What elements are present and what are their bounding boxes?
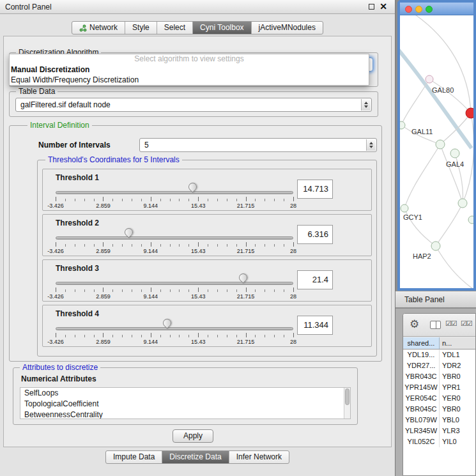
algorithm-dropdown-popup: Select algorithm to view settings Manual… bbox=[9, 54, 369, 86]
table-row[interactable]: YPR145WYPR1 bbox=[403, 382, 475, 393]
zoom-traffic-light-icon[interactable] bbox=[426, 6, 433, 13]
combo-stepper-icon[interactable] bbox=[366, 139, 376, 151]
close-icon[interactable]: ✕ bbox=[380, 1, 387, 12]
select-all-columns-icon[interactable]: ☑☑ bbox=[461, 319, 472, 328]
network-node[interactable] bbox=[431, 242, 440, 250]
table-panel-title: Table Panel bbox=[404, 295, 445, 304]
gear-icon[interactable]: ⚙ bbox=[410, 318, 419, 331]
table-cell-name[interactable]: YPR1 bbox=[440, 382, 475, 393]
column-header-shared-name[interactable]: shared... bbox=[403, 337, 440, 349]
slider-track[interactable] bbox=[56, 236, 293, 240]
column-header-name[interactable]: n... bbox=[440, 337, 475, 349]
table-cell-shared-name[interactable]: YBL079W bbox=[403, 415, 440, 426]
table-cell-shared-name[interactable]: YDR27... bbox=[403, 360, 440, 371]
attributes-legend: Attributes to discretize bbox=[20, 363, 100, 372]
threshold-4-value-field[interactable]: 11.344 bbox=[297, 316, 333, 335]
table-cell-name[interactable]: YBL0 bbox=[440, 415, 475, 426]
threshold-3-value-field[interactable]: 21.4 bbox=[297, 270, 333, 289]
table-cell-name[interactable]: YDR2 bbox=[440, 360, 475, 371]
list-item[interactable]: BetweennessCentrality bbox=[20, 410, 350, 419]
table-row[interactable]: YIL052CYIL0 bbox=[403, 436, 475, 447]
network-tab-icon bbox=[79, 24, 87, 32]
numerical-attributes-list[interactable]: SelfLoops TopologicalCoefficient Between… bbox=[20, 387, 351, 419]
table-cell-shared-name[interactable]: YBR045C bbox=[403, 404, 440, 415]
tab-infer-network[interactable]: Infer Network bbox=[229, 451, 289, 463]
slider-tick-labels: -3.4262.8599.14415.4321.71528 bbox=[56, 339, 293, 346]
threshold-3-label: Threshold 3 bbox=[56, 264, 99, 273]
float-window-icon[interactable] bbox=[369, 4, 374, 10]
table-cell-shared-name[interactable]: YLR345W bbox=[403, 426, 440, 436]
list-item[interactable]: SelfLoops bbox=[20, 388, 350, 399]
network-node[interactable] bbox=[466, 108, 473, 118]
table-row[interactable]: YLR345WYLR3 bbox=[403, 426, 475, 436]
number-of-intervals-combobox[interactable]: 5 bbox=[139, 138, 377, 152]
table-cell-name[interactable]: YIL0 bbox=[440, 436, 475, 447]
minimize-traffic-light-icon[interactable] bbox=[415, 6, 422, 13]
table-cell-shared-name[interactable]: YPR145W bbox=[403, 382, 440, 393]
threshold-2-slider[interactable]: -3.4262.8599.14415.4321.71528 bbox=[56, 231, 293, 256]
threshold-4-slider[interactable]: -3.4262.8599.14415.4321.71528 bbox=[56, 322, 293, 346]
close-traffic-light-icon[interactable] bbox=[405, 6, 412, 13]
network-canvas-svg[interactable]: GAL80GAL11GAL4GCY1HAP2 bbox=[400, 15, 473, 290]
table-row[interactable]: YDR27...YDR2 bbox=[403, 360, 475, 371]
table-cell-shared-name[interactable]: YER054C bbox=[403, 393, 440, 404]
table-cell-name[interactable]: YBR0 bbox=[440, 371, 475, 382]
table-cell-shared-name[interactable]: YIL052C bbox=[403, 436, 440, 447]
network-canvas[interactable]: GAL80GAL11GAL4GCY1HAP2 bbox=[400, 15, 473, 288]
table-row[interactable]: YBR043CYBR0 bbox=[403, 371, 475, 382]
tab-infer-network-label: Infer Network bbox=[236, 451, 282, 463]
table-cell-shared-name[interactable]: YDL19... bbox=[403, 349, 440, 360]
threshold-3-slider[interactable]: -3.4262.8599.14415.4321.71528 bbox=[56, 277, 293, 301]
network-node[interactable] bbox=[401, 204, 408, 212]
table-row[interactable]: YER054CYER0 bbox=[403, 393, 475, 404]
table-cell-name[interactable]: YBR0 bbox=[440, 404, 475, 415]
network-node[interactable] bbox=[468, 216, 473, 224]
list-item[interactable]: TopologicalCoefficient bbox=[20, 399, 350, 410]
network-window-titlebar[interactable] bbox=[400, 3, 473, 15]
network-edge bbox=[404, 144, 440, 208]
scrollbar-thumb[interactable] bbox=[345, 388, 349, 405]
dropdown-item-equal-width[interactable]: Equal Width/Frequency Discretization bbox=[10, 75, 369, 85]
table-row[interactable]: YBR045CYBR0 bbox=[403, 404, 475, 415]
table-row[interactable]: YBL079WYBL0 bbox=[403, 415, 475, 426]
tab-select[interactable]: Select bbox=[157, 22, 192, 34]
slider-track[interactable] bbox=[56, 327, 293, 330]
list-scrollbar[interactable] bbox=[344, 388, 350, 418]
network-node[interactable] bbox=[458, 199, 467, 208]
table-panel-header: Table Panel bbox=[395, 291, 476, 308]
tab-style[interactable]: Style bbox=[125, 22, 157, 34]
threshold-coordinates-legend: Threshold's Coordinates for 5 Intervals bbox=[45, 155, 182, 164]
network-node[interactable] bbox=[426, 75, 433, 83]
table-cell-name[interactable]: YDL1 bbox=[440, 349, 475, 360]
network-view-window: GAL80GAL11GAL4GCY1HAP2 bbox=[397, 0, 476, 291]
dropdown-placeholder-item[interactable]: Select algorithm to view settings bbox=[10, 54, 369, 65]
apply-button[interactable]: Apply bbox=[173, 429, 213, 443]
threshold-1-slider[interactable]: -3.4262.8599.14415.4321.71528 bbox=[56, 186, 293, 210]
combo-stepper-icon[interactable] bbox=[361, 99, 371, 111]
threshold-1-value-field[interactable]: 14.713 bbox=[297, 180, 333, 199]
select-columns-icon[interactable]: ☑☑ bbox=[445, 319, 457, 328]
table-body[interactable]: YDL19...YDL1YDR27...YDR2YBR043CYBR0YPR14… bbox=[403, 349, 475, 475]
network-node-label: GAL80 bbox=[432, 86, 454, 94]
threshold-2-value-field[interactable]: 6.316 bbox=[297, 225, 333, 244]
slider-track[interactable] bbox=[56, 191, 293, 194]
columns-icon[interactable] bbox=[430, 321, 441, 329]
tab-jactivemnodules[interactable]: jActiveMNodules bbox=[251, 22, 323, 34]
network-node[interactable] bbox=[450, 149, 459, 158]
network-node[interactable] bbox=[400, 121, 405, 129]
table-data-combobox[interactable]: galFiltered.sif default node bbox=[15, 98, 372, 112]
table-row[interactable]: YDL19...YDL1 bbox=[403, 349, 475, 360]
network-node[interactable] bbox=[436, 140, 445, 149]
table-cell-shared-name[interactable]: YBR043C bbox=[403, 371, 440, 382]
slider-track[interactable] bbox=[56, 282, 293, 285]
table-cell-name[interactable]: YLR3 bbox=[440, 426, 475, 436]
dropdown-item-manual-discretization[interactable]: Manual Discretization bbox=[10, 65, 369, 75]
tab-discretize-data[interactable]: Discretize Data bbox=[162, 451, 228, 463]
tab-network[interactable]: Network bbox=[72, 22, 125, 34]
table-cell-name[interactable]: YER0 bbox=[440, 393, 475, 404]
tab-impute-data[interactable]: Impute Data bbox=[106, 451, 162, 463]
table-toolbar: ⚙ ☑☑ ☑☑ bbox=[403, 314, 475, 337]
tab-cyni-toolbox[interactable]: Cyni Toolbox bbox=[192, 22, 250, 34]
network-edge bbox=[401, 79, 429, 125]
slider-tick-labels: -3.4262.8599.14415.4321.71528 bbox=[56, 203, 293, 210]
